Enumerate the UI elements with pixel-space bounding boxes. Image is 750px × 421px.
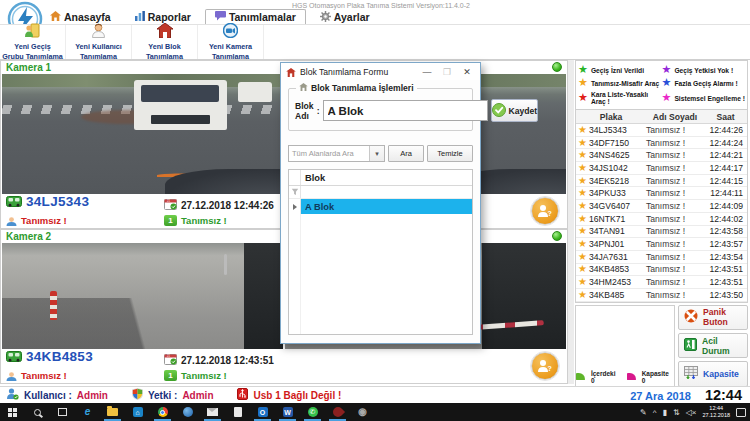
windows-taskbar: e ⌂ O W ✆ ◉ ✎ ^ ▮ ⇅ ◁× 12:44 27.12.2018 [0,403,750,421]
table-row[interactable]: ★34LJ5343Tanımsız !12:44:26 [576,124,747,137]
panic-button[interactable]: Panik Buton [678,305,748,330]
grid-selected-row[interactable]: A Blok [289,199,472,214]
table-row[interactable]: ★34KB485Tanımsız !12:43:50 [576,289,747,302]
tab-tanimlamalar[interactable]: Tanımlamalar [205,9,306,24]
house-icon [157,23,173,42]
toolbar-yeni-gecis-grubu[interactable]: Yeni Geçiş Grubu Tanımlama [0,25,66,59]
taskbar-search-icon[interactable] [25,403,50,421]
speech-bubble-icon [215,11,226,23]
table-row[interactable]: ★34HM2453Tanımsız !12:43:51 [576,276,747,289]
status-bar: Kullanıcı : Admin Yetki : Admin Usb 1 Ba… [0,386,750,403]
save-button[interactable]: Kaydet [491,99,539,122]
table-row[interactable]: ★34PKU33Tanımsız !12:44:11 [576,187,747,200]
current-row-arrow-icon [293,204,297,210]
mail-icon[interactable] [200,403,225,421]
emergency-button[interactable]: Acil Durum [678,333,748,358]
network-icon[interactable]: ⇅ [673,408,680,417]
camera-2-feed-left [2,243,283,349]
grid-header-row[interactable]: Blok [289,170,472,186]
game-bar-icon[interactable]: ◉ [350,403,375,421]
legend-item: ★Geçiş Yetkisi Yok ! [662,65,746,75]
search-button[interactable]: Ara [388,145,424,162]
chevron-down-icon[interactable]: ▾ [369,146,384,161]
table-row[interactable]: ★34KB4853Tanımsız !12:43:51 [576,264,747,277]
outlook-icon[interactable]: O [250,403,275,421]
inside-wedge-icon [576,373,585,380]
tab-raporlar[interactable]: Raporlar [125,9,201,24]
table-row[interactable]: ★34NS4625Tanımsız !12:44:21 [576,149,747,162]
action-center-icon[interactable] [736,408,746,417]
clear-button[interactable]: Temizle [427,145,473,162]
star-orange-icon: ★ [578,124,587,135]
colon: : [317,106,320,116]
header-plaka: Plaka [576,112,646,122]
table-row[interactable]: ★34EK5218Tanımsız !12:44:15 [576,175,747,188]
maximize-button[interactable]: ❐ [439,67,455,77]
app-window: HGS Otomasyon Plaka Tanıma Sistemi Versi… [0,0,750,421]
guest-assign-button[interactable]: ? [531,197,559,225]
whatsapp-icon[interactable]: ✆ [300,403,325,421]
lane-badge: 1 [164,215,177,226]
dialog-titlebar[interactable]: Blok Tanımlama Formu — ❐ ✕ [281,63,480,80]
toolbar-yeni-kamera[interactable]: Yeni Kamera Tanımlama [198,25,264,59]
star-orange-icon: ★ [578,276,587,287]
toolbar-yeni-blok[interactable]: Yeni Blok Tanımlama [132,25,198,59]
star-orange-icon: ★ [578,263,587,274]
calendar-icon: 21 [164,351,177,369]
blok-adi-input[interactable] [323,100,488,121]
svg-text:?: ? [548,365,552,372]
star-orange-icon: ★ [578,238,587,249]
window-title: HGS Otomasyon Plaka Tanıma Sistemi Versi… [292,2,470,9]
camera-2-plate: 34KB4853 [26,349,93,364]
toolbar-yeni-kullanici[interactable]: Yeni Kullanıcı Tanımlama [66,25,132,59]
word-icon[interactable]: W [275,403,300,421]
plate-app-icon[interactable] [325,403,350,421]
star-orange-icon: ★ [578,213,587,224]
home-icon [50,11,61,23]
star-orange-icon: ★ [578,289,587,300]
table-row[interactable]: ★34DF7150Tanımsız !12:44:24 [576,137,747,150]
table-row[interactable]: ★34TAN91Tanımsız !12:43:58 [576,226,747,239]
close-button[interactable]: ✕ [459,67,475,77]
calculator-icon[interactable] [225,403,250,421]
star-orange-icon: ★ [578,175,587,186]
tray-chevron-up-icon[interactable]: ^ [653,408,657,417]
camera-2-status-dot [552,231,562,241]
table-row[interactable]: ★34GV6407Tanımsız !12:44:09 [576,200,747,213]
star-orange-icon: ★ [578,162,587,173]
battery-icon[interactable]: ▮ [663,408,667,417]
tray-clock[interactable]: 12:44 27.12.2018 [702,405,730,419]
table-row[interactable]: ★34JA7631Tanımsız !12:43:54 [576,251,747,264]
star-orange-icon: ★ [578,137,587,148]
group-icon [24,23,41,42]
tab-anasayfa[interactable]: Anasayfa [40,9,121,24]
capacity-count-label: Kapasite 0 [642,370,674,384]
media-player-icon[interactable] [175,403,200,421]
start-button[interactable] [0,403,25,421]
store-icon[interactable]: ⌂ [125,403,150,421]
chrome-icon[interactable] [150,403,175,421]
star-green-icon: ★ [578,65,588,75]
tab-ayarlar[interactable]: Ayarlar [310,9,380,24]
gear-icon [320,11,331,24]
file-explorer-icon[interactable] [100,403,125,421]
capacity-button[interactable]: Kapasite [678,361,748,386]
pen-icon[interactable]: ✎ [640,408,647,417]
search-scope-combo[interactable]: Tüm Alanlarda Ara ▾ [288,145,385,162]
table-row[interactable]: ★16NTK71Tanımsız !12:44:02 [576,213,747,226]
table-row[interactable]: ★34PNJ01Tanımsız !12:43:57 [576,238,747,251]
table-row[interactable]: ★34JS1042Tanımsız !12:44:17 [576,162,747,175]
task-view-icon[interactable] [50,403,75,421]
volume-icon[interactable]: ◁× [686,408,697,417]
inside-count-label: İçerdeki 0 [591,370,621,384]
camera-1-datetime: 27.12.2018 12:44:26 [181,200,274,211]
grid-filter-row[interactable] [289,186,472,199]
minimize-button[interactable]: — [419,67,435,77]
guest-assign-button[interactable]: ? [531,352,559,380]
main-menu: Anasayfa Raporlar Tanımlamalar Ayarlar [40,9,380,24]
house-icon [286,63,296,81]
panel-splitter[interactable] [568,60,574,384]
edge-icon[interactable]: e [75,403,100,421]
star-purple-icon: ★ [662,65,672,75]
emergency-label: Acil Durum [702,336,742,356]
